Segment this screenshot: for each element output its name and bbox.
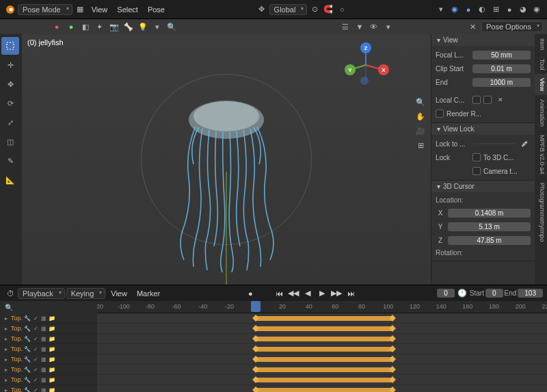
keyframe-range[interactable] <box>256 337 392 341</box>
shading-solid-icon[interactable]: ● <box>503 3 516 16</box>
camera-view-icon[interactable]: 🎥 <box>414 125 427 137</box>
overlay-toggle-icon[interactable]: ◧ <box>79 21 92 33</box>
channel-row[interactable]: ▸Top.🔧✓▦📁 <box>0 375 97 385</box>
navigation-gizmo[interactable]: Z X Y <box>342 41 390 89</box>
modifier-icon[interactable]: 📁 <box>49 387 55 392</box>
playhead[interactable] <box>251 301 261 312</box>
zoom-icon[interactable]: 🔍 <box>414 96 427 108</box>
dope-row[interactable] <box>97 324 547 334</box>
timeline-view-menu[interactable]: View <box>107 288 131 299</box>
lock-icon[interactable]: ▦ <box>40 345 47 352</box>
to3d-check[interactable] <box>472 153 481 161</box>
keying-menu[interactable]: Keying <box>66 288 106 299</box>
start-frame[interactable]: 0 <box>485 289 503 298</box>
focal-value[interactable]: 50 mm <box>472 51 531 60</box>
frame-ruler[interactable]: -120-100-80-60-40-2002040608010012014016… <box>97 301 547 313</box>
current-frame[interactable]: 0 <box>437 289 455 298</box>
wrench-icon[interactable]: 🔧 <box>24 345 31 352</box>
3d-viewport[interactable]: (0) jellyfish <box>22 34 431 285</box>
light-icon[interactable]: 💡 <box>137 21 149 33</box>
cursor-panel-header[interactable]: ▾ 3D Cursor <box>431 181 535 192</box>
viewlock-panel-header[interactable]: ▾ View Lock <box>431 123 535 135</box>
editor-type-icon[interactable]: ⏱ <box>4 287 16 300</box>
dope-row[interactable] <box>97 334 547 344</box>
camera-check[interactable] <box>472 167 481 175</box>
modifier-icon[interactable]: 📁 <box>49 345 55 352</box>
mute-icon[interactable]: ✓ <box>32 315 39 322</box>
orientation-icon[interactable]: ✥ <box>256 3 268 16</box>
gizmo-toggle-icon[interactable]: ✦ <box>94 21 106 33</box>
disclosure-icon[interactable]: ▸ <box>3 345 10 352</box>
transform-tool[interactable]: ◫ <box>1 133 19 151</box>
dope-row[interactable] <box>97 385 547 392</box>
filter-icon[interactable]: ▼ <box>353 21 366 33</box>
clipend-value[interactable]: 1000 m <box>472 78 531 87</box>
keyframe-range[interactable] <box>256 388 392 392</box>
local-camera-picker-icon[interactable]: ✕ <box>494 94 507 106</box>
disclosure-icon[interactable]: ▸ <box>3 315 10 322</box>
wrench-icon[interactable]: 🔧 <box>24 376 31 383</box>
annotate-tool[interactable]: ✎ <box>1 152 19 170</box>
channel-row[interactable]: ▸Top.🔧✓▦📁 <box>0 385 97 392</box>
mute-icon[interactable]: ✓ <box>32 387 39 392</box>
tab-animation[interactable]: Animation <box>535 95 547 131</box>
keyframe-prev-icon[interactable]: ◀◀ <box>286 287 300 300</box>
menu-view[interactable]: View <box>88 4 112 15</box>
keyframe-range[interactable] <box>256 357 392 362</box>
tab-photogrammetry[interactable]: PhotogrammetryImpo <box>535 179 547 246</box>
dope-row[interactable] <box>97 354 547 365</box>
pan-icon[interactable]: ✋ <box>414 110 427 122</box>
end-frame[interactable]: 103 <box>518 289 543 298</box>
solid-shading-icon[interactable]: ● <box>462 3 475 16</box>
scene-icon[interactable]: ● <box>65 21 77 33</box>
camera-icon[interactable]: 📷 <box>108 21 120 33</box>
snap-icon[interactable]: 🧲 <box>322 3 334 16</box>
mode-dropdown[interactable]: Pose Mode <box>18 4 72 15</box>
disclosure-icon[interactable]: ▸ <box>3 366 10 373</box>
grid-icon[interactable]: ▦ <box>74 3 86 16</box>
shading-matcap-icon[interactable]: ◕ <box>517 3 529 16</box>
clipstart-value[interactable]: 0.01 m <box>472 64 531 73</box>
render-region-check[interactable] <box>436 109 444 118</box>
lockto-value[interactable] <box>472 143 516 144</box>
lock-icon[interactable]: ▦ <box>40 387 47 392</box>
modifier-icon[interactable]: 📁 <box>49 376 55 383</box>
dopesheet[interactable]: -120-100-80-60-40-2002040608010012014016… <box>97 301 547 392</box>
rotate-tool[interactable]: ⟳ <box>1 94 19 112</box>
view-panel-header[interactable]: ▾ View <box>431 34 535 46</box>
preview-range-icon[interactable]: 🕐 <box>456 287 468 300</box>
lock-icon[interactable]: ▦ <box>40 376 47 383</box>
measure-tool[interactable]: 📐 <box>1 171 19 189</box>
channel-row[interactable]: ▸Top.🔧✓▦📁 <box>0 324 97 334</box>
keyframe-range[interactable] <box>256 347 392 352</box>
eyedropper-icon[interactable]: 💉 <box>518 138 531 150</box>
overlay-dropdown-icon[interactable]: ▾ <box>435 3 447 16</box>
lock-icon[interactable]: ▦ <box>40 325 47 332</box>
jump-end-icon[interactable]: ⏭ <box>344 287 358 300</box>
disclosure-icon[interactable]: ▸ <box>3 376 10 383</box>
channel-row[interactable]: ▸Top.🔧✓▦📁 <box>0 344 97 354</box>
keyframe-range[interactable] <box>256 367 392 372</box>
mute-icon[interactable]: ✓ <box>32 356 39 363</box>
channel-row[interactable]: ▸Top.🔧✓▦📁 <box>0 365 97 375</box>
tab-mpfb[interactable]: MPFB v2.0-a4 <box>535 131 547 179</box>
play-icon[interactable]: ▶ <box>315 287 329 300</box>
close-panel-icon[interactable]: ✕ <box>467 21 479 33</box>
dope-row[interactable] <box>97 365 547 375</box>
disclosure-icon[interactable]: ▸ <box>3 325 10 332</box>
modifier-icon[interactable]: 📁 <box>49 315 55 322</box>
channel-row[interactable]: ▸Top.🔧✓▦📁 <box>0 334 97 344</box>
cursor-x-value[interactable]: 0.1408 m <box>448 209 531 218</box>
visibility-icon[interactable]: 👁 <box>368 21 380 33</box>
collection-icon[interactable]: ☰ <box>339 21 351 33</box>
mute-icon[interactable]: ✓ <box>32 335 39 342</box>
gizmo-x-axis[interactable]: X <box>378 64 389 75</box>
tab-view[interactable]: View <box>535 74 547 95</box>
wrench-icon[interactable]: 🔧 <box>24 366 31 373</box>
wrench-icon[interactable]: 🔧 <box>24 315 31 322</box>
playback-menu[interactable]: Playback <box>18 288 65 299</box>
orientation-dropdown[interactable]: Global <box>269 4 308 15</box>
view-dropdown-icon[interactable]: ▾ <box>151 21 163 33</box>
record-icon[interactable]: ● <box>51 21 63 33</box>
jump-start-icon[interactable]: ⏮ <box>272 287 286 300</box>
